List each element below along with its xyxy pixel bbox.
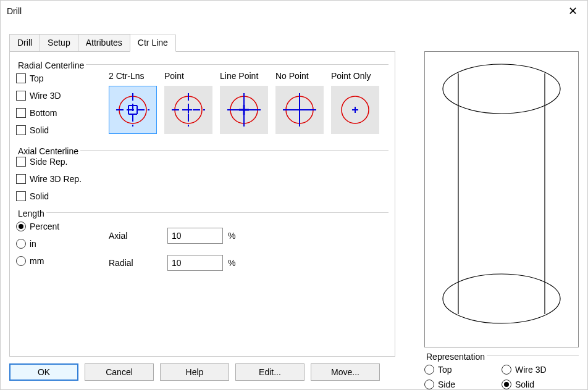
radio-icon <box>502 380 511 389</box>
icon-headers: 2 Ctr-Lns Point Line Point No Point Poin… <box>109 71 387 81</box>
close-icon[interactable]: ✕ <box>565 4 581 18</box>
centerline-pointonly-icon <box>337 91 374 128</box>
move-button[interactable]: Move... <box>311 363 380 381</box>
tab-setup[interactable]: Setup <box>40 34 78 51</box>
tab-drill[interactable]: Drill <box>9 34 40 51</box>
field-axial-input[interactable] <box>167 228 223 244</box>
checkbox-icon <box>16 91 26 101</box>
rep-solid-label: Solid <box>515 380 534 389</box>
rep-top-label: Top <box>438 365 452 375</box>
centerline-point-icon <box>170 91 207 128</box>
rep-columns: Top Side Bottom Wire 3D <box>424 362 579 390</box>
radio-in-label: in <box>30 239 36 249</box>
drill-preview-icon <box>425 52 578 347</box>
group-rep-title: Representation <box>424 352 487 362</box>
length-radios: Percent in mm <box>16 219 109 276</box>
dialog-buttons: OK Cancel Help Edit... Move... <box>9 363 380 381</box>
rep-wire3d-label: Wire 3D <box>515 365 547 375</box>
rep-side[interactable]: Side <box>424 380 502 389</box>
svg-point-24 <box>443 274 560 323</box>
checkbox-icon <box>16 174 26 184</box>
check-wire3d[interactable]: Wire 3D <box>16 91 109 101</box>
check-ax-solid[interactable]: Solid <box>16 191 388 201</box>
edit-button[interactable]: Edit... <box>235 363 304 381</box>
iconhdr-point: Point <box>164 71 220 81</box>
divider <box>16 212 388 213</box>
radio-icon <box>16 222 26 231</box>
check-bottom[interactable]: Bottom <box>16 108 109 118</box>
iconbtn-2ctrlns[interactable] <box>109 86 157 134</box>
checkbox-icon <box>16 125 26 135</box>
field-radial-unit: % <box>228 258 235 268</box>
group-length: Length Percent in <box>16 209 388 276</box>
radio-icon <box>16 239 26 249</box>
check-side-rep-label: Side Rep. <box>30 157 67 167</box>
field-axial-row: Axial % <box>109 228 235 244</box>
checkbox-icon <box>16 108 26 118</box>
radial-checks: Top Wire 3D Bottom <box>16 71 109 143</box>
check-solid-label: Solid <box>30 125 49 135</box>
tab-ctrline[interactable]: Ctr Line <box>130 35 176 52</box>
centerline-linepoint-icon <box>225 91 262 128</box>
radial-options: Top Wire 3D Bottom <box>16 71 388 143</box>
group-axial: Axial Centerline Side Rep. Wire 3D Rep. … <box>16 146 388 201</box>
field-radial-input[interactable] <box>167 255 223 271</box>
iconbtn-point[interactable] <box>164 86 212 134</box>
content: Drill Setup Attributes Ctr Line Radial C… <box>1 22 587 389</box>
iconbtn-linepoint[interactable] <box>220 86 268 134</box>
checkbox-icon <box>16 191 26 201</box>
tab-attributes[interactable]: Attributes <box>78 34 130 51</box>
preview-pane <box>424 51 579 347</box>
checkbox-icon <box>16 73 26 83</box>
dialog-drill: Drill ✕ Drill Setup Attributes Ctr Line … <box>0 0 588 390</box>
rep-wire3d[interactable]: Wire 3D <box>502 365 579 375</box>
radio-percent[interactable]: Percent <box>16 222 109 231</box>
iconhdr-2ctr: 2 Ctr-Lns <box>109 71 164 81</box>
radio-mm[interactable]: mm <box>16 256 109 266</box>
group-axial-title: Axial Centerline <box>16 146 80 156</box>
radio-percent-label: Percent <box>30 222 59 231</box>
ok-button[interactable]: OK <box>9 363 78 381</box>
check-top[interactable]: Top <box>16 73 109 83</box>
svg-point-23 <box>443 64 560 114</box>
group-representation: Representation Top Side Bottom <box>424 352 579 390</box>
checkbox-icon <box>16 157 26 167</box>
radio-in[interactable]: in <box>16 239 109 249</box>
cancel-button[interactable]: Cancel <box>85 363 154 381</box>
check-side-rep[interactable]: Side Rep. <box>16 157 388 167</box>
check-top-label: Top <box>30 73 44 83</box>
check-solid[interactable]: Solid <box>16 125 109 135</box>
field-axial-label: Axial <box>109 231 167 241</box>
field-radial-row: Radial % <box>109 255 235 271</box>
radio-mm-label: mm <box>30 256 44 266</box>
radio-icon <box>424 380 434 389</box>
field-radial-label: Radial <box>109 258 167 268</box>
tab-body: Radial Centerline Top Wire 3D <box>9 51 395 357</box>
group-radial-title: Radial Centerline <box>16 60 86 70</box>
centerline-nopoint-icon <box>281 91 318 128</box>
centerline-2ctr-icon <box>114 91 151 128</box>
rep-top[interactable]: Top <box>424 365 502 375</box>
iconhdr-nopoint: No Point <box>275 71 331 81</box>
icon-row <box>109 86 387 134</box>
field-axial-unit: % <box>228 231 235 241</box>
group-length-title: Length <box>16 209 46 218</box>
iconbtn-nopoint[interactable] <box>275 86 324 134</box>
check-wire3d-rep-label: Wire 3D Rep. <box>30 174 82 184</box>
left-pane: Drill Setup Attributes Ctr Line Radial C… <box>9 34 395 357</box>
rep-side-label: Side <box>438 380 455 389</box>
rep-solid[interactable]: Solid <box>502 380 579 389</box>
iconhdr-linepoint: Line Point <box>220 71 275 81</box>
iconbtn-pointonly[interactable] <box>331 86 379 134</box>
check-wire3d-rep[interactable]: Wire 3D Rep. <box>16 174 388 184</box>
help-button[interactable]: Help <box>160 363 229 381</box>
check-wire3d-label: Wire 3D <box>30 91 61 101</box>
window-title: Drill <box>7 6 565 16</box>
radio-icon <box>16 256 26 266</box>
check-ax-solid-label: Solid <box>30 191 49 201</box>
tabstrip: Drill Setup Attributes Ctr Line <box>9 34 395 51</box>
group-radial: Radial Centerline Top Wire 3D <box>16 60 388 143</box>
length-fields: Axial % Radial % <box>109 219 235 276</box>
titlebar: Drill ✕ <box>1 1 587 22</box>
radio-icon <box>424 365 434 375</box>
